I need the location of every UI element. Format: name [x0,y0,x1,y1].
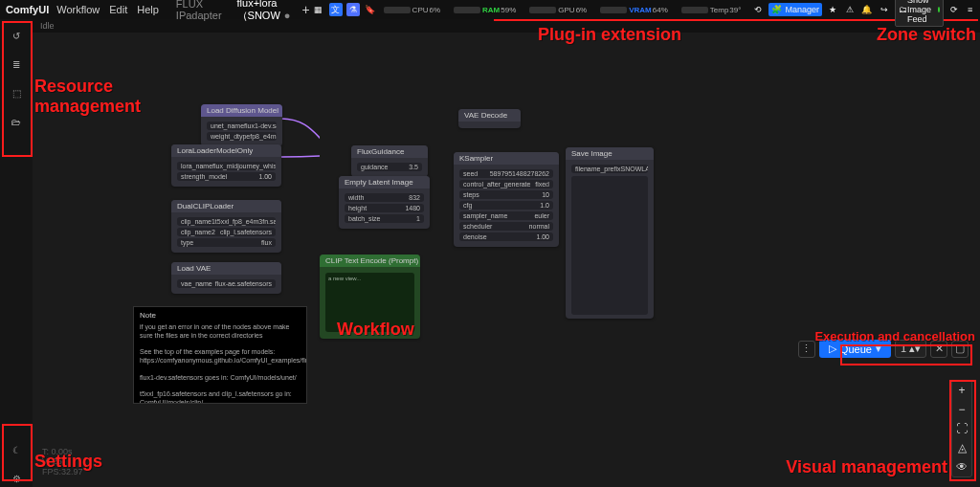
node-load-diffusion[interactable]: Load Diffusion Model unet_nameflux1-dev.… [201,104,282,146]
queue-bar: ⋮ ▷ Queue ▾ 1▴▾ ✕ ▢ [798,340,969,358]
gauge-cpu: CPU6% [381,4,447,16]
note-node[interactable]: Note if you get an error in one of the n… [133,306,307,404]
star-icon[interactable]: ★ [826,3,839,16]
feed-status-dot [938,7,940,12]
zoom-out-button[interactable]: − [952,400,971,419]
bookmark-icon[interactable]: 🔖 [364,3,377,16]
cube-icon[interactable]: ⬚ [8,84,25,101]
share-icon[interactable]: ↪ [878,3,891,16]
node-flux-guidance[interactable]: FluxGuidance guidance3.5 [351,145,428,177]
gauge-gpu: GPU6% [526,4,593,16]
bug-icon[interactable]: ⚠ [843,3,857,16]
top-bar: ComfyUI Workflow Edit Help FLUX IPadapte… [0,0,980,19]
menu-edit[interactable]: Edit [109,4,127,15]
node-dual-clip-loader[interactable]: DualCLIPLoader clip_name1t5xxl_fp8_e4m3f… [171,200,281,253]
locate-button[interactable]: ◬ [952,438,971,457]
queue-button[interactable]: ▷ Queue ▾ [819,340,891,358]
note-body: if you get an error in one of the nodes … [140,323,301,404]
gauge-temp: Temp39° [679,4,748,16]
node-lora-loader[interactable]: LoraLoaderModelOnly lora_nameflux_midjou… [171,144,281,187]
node-vae-decode[interactable]: VAE Decode [458,109,521,128]
view-controls: + − ⛶ ◬ 👁 [951,380,972,477]
settings-gear-icon[interactable]: ⚙ [8,470,25,487]
crystools-icon[interactable]: ▦ [312,3,325,16]
translate-icon[interactable]: 文 [329,3,343,16]
node-load-vae[interactable]: Load VAE vae_nameflux-ae.safetensors [171,262,281,294]
status-text: Idle [40,21,55,31]
menu-help[interactable]: Help [137,4,159,15]
prompt-textarea[interactable]: a new view... [325,273,414,332]
tab-active[interactable]: flux+lora（SNOW● [234,0,295,25]
zoom-in-button[interactable]: + [952,381,971,400]
list-icon[interactable]: ≣ [8,55,25,73]
clear-button[interactable]: ▢ [951,341,969,358]
workflow-hint: FLUX IPadapter [176,0,222,21]
show-image-feed-button[interactable]: 🗂 Show Image Feed [895,0,944,27]
tab-add[interactable]: + [301,2,309,17]
note-title: Note [140,311,301,321]
tab-dirty-dot[interactable]: ● [284,10,291,21]
app-brand: ComfyUI [6,4,49,15]
node-ksampler[interactable]: KSampler seed5897951488278262control_aft… [454,152,559,247]
workflow-canvas[interactable]: Load Diffusion Model unet_nameflux1-dev.… [33,33,980,487]
custom-scripts-icon[interactable]: ⚗ [346,3,360,16]
queue-menu-button[interactable]: ⋮ [798,341,815,358]
left-sidebar: ↺ ≣ ⬚ 🗁 ☾ ⚙ [0,19,33,487]
status-bar: Idle [0,19,980,33]
hamburger-icon[interactable]: ≡ [965,3,975,16]
save-image-preview [571,176,648,315]
cancel-button[interactable]: ✕ [930,341,947,358]
gauge-vram: VRAM64% [597,4,675,16]
folder-icon[interactable]: 🗁 [8,113,25,130]
node-empty-latent[interactable]: Empty Latent Image width832height1480bat… [339,176,430,229]
footer-info: T: 0.00sV: 26FPS:32.97 [42,447,83,477]
queue-count[interactable]: 1▴▾ [895,340,926,358]
history-icon[interactable]: ↺ [8,27,25,44]
manager-button[interactable]: 🧩Manager [768,3,822,16]
fit-button[interactable]: ⛶ [952,419,971,438]
node-save-image[interactable]: Save Image filename_prefixSNOWLAD [566,147,654,319]
menu-workflow[interactable]: Workflow [56,4,100,15]
toggle-link-vis-button[interactable]: 👁 [952,457,971,476]
bell-icon[interactable]: 🔔 [860,3,874,16]
gauge-ram: RAM59% [451,4,523,16]
reset-icon[interactable]: ⟲ [751,3,765,16]
refresh-icon[interactable]: ⟳ [947,3,961,16]
theme-moon-icon[interactable]: ☾ [8,441,25,458]
node-clip-text-encode[interactable]: CLIP Text Encode (Prompt) a new view... [320,255,420,339]
